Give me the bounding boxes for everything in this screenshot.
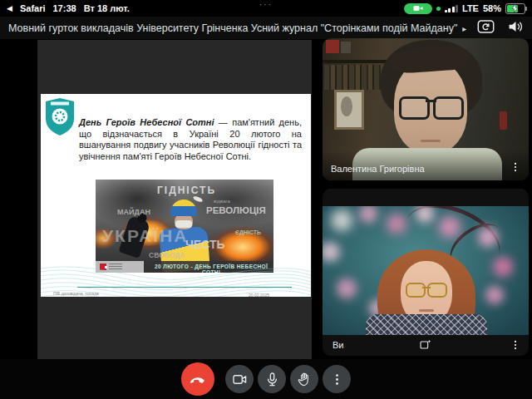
participant-options-button[interactable] (507, 159, 524, 175)
call-controls (0, 359, 532, 399)
slide-footer-left: ПІБ доповідача, посада (53, 291, 99, 296)
camera-toggle-button[interactable] (225, 365, 254, 393)
more-vertical-icon (510, 161, 521, 173)
raise-hand-button[interactable] (290, 365, 318, 393)
slide-paragraph: День Героїв Небесної Сотні — пам'ятний д… (79, 117, 302, 162)
visual-effects-icon (419, 338, 432, 352)
self-options-button[interactable] (507, 337, 524, 353)
meeting-title-text: Мовний гурток викладачів Університету Гр… (8, 22, 457, 34)
maidan-photo: ГІДНІСТЬ відвага МАЙДАН РЕВОЛЮЦІЯ УКРАЇН… (96, 180, 273, 273)
multitask-indicator[interactable]: ··· (0, 0, 532, 9)
presentation-slide: День Героїв Небесної Сотні — пам'ятний д… (41, 94, 311, 297)
photo-word: СВОБОДА (149, 251, 185, 259)
self-label-row: Ви (323, 334, 529, 356)
cherry-blossoms (323, 206, 328, 211)
photo-word: МАЙДАН (117, 208, 150, 216)
mic-icon (264, 372, 280, 387)
photo-word: ЄДНІСТЬ (235, 229, 261, 235)
screen-share-region: День Героїв Небесної Сотні — пам'ятний д… (37, 40, 312, 359)
speaker-button[interactable] (508, 19, 524, 37)
photo-word: ГІДНІСТЬ (157, 185, 216, 196)
participant-name: Валентина Григорівна (331, 164, 425, 174)
speaker-icon (508, 19, 524, 34)
camera-flip-icon (477, 19, 495, 34)
meeting-title[interactable]: Мовний гурток викладачів Університету Гр… (8, 22, 466, 34)
camera-flip-button[interactable] (477, 19, 495, 37)
battery-charging-icon (505, 3, 525, 14)
slide-paragraph-lead: День Героїв Небесної Сотні (79, 117, 214, 127)
slide-divider-line (77, 287, 292, 288)
photo-word: УКРАЇНА (102, 226, 188, 246)
photo-word: ЧЕСТЬ (185, 238, 225, 251)
letterbox (323, 189, 529, 206)
participant-tile-self[interactable]: Ви (323, 189, 529, 356)
more-options-button[interactable] (323, 365, 351, 393)
raise-hand-icon (297, 372, 313, 387)
visual-effects-button[interactable] (417, 337, 434, 353)
tile-label-bar: Валентина Григорівна (323, 150, 529, 180)
participant-tile-remote[interactable]: Валентина Григорівна (323, 38, 529, 180)
more-vertical-icon (510, 339, 521, 351)
self-mouth (419, 309, 434, 312)
slide-footer-date: 20.02.2025 (249, 293, 269, 297)
end-call-button[interactable] (181, 362, 214, 396)
self-video-feed (323, 206, 529, 335)
university-shield-logo (43, 97, 76, 140)
status-bar: ··· ◀ Safari 17:38 Вт 18 лют. LTE 58% (0, 0, 532, 17)
self-glasses (406, 283, 447, 296)
more-vertical-icon (330, 372, 344, 387)
mic-toggle-button[interactable] (258, 365, 286, 393)
end-call-icon (189, 370, 207, 388)
chevron-right-icon: ▸ (462, 24, 466, 33)
self-sweater (366, 314, 487, 335)
photo-word: відвага (214, 199, 230, 204)
meet-call-screen: ··· ◀ Safari 17:38 Вт 18 лют. LTE 58% (0, 0, 532, 399)
photo-word: РЕВОЛЮЦІЯ (206, 205, 266, 215)
meeting-header: Мовний гурток викладачів Університету Гр… (0, 17, 532, 39)
videocam-icon (232, 372, 248, 387)
self-name: Ви (332, 340, 343, 350)
